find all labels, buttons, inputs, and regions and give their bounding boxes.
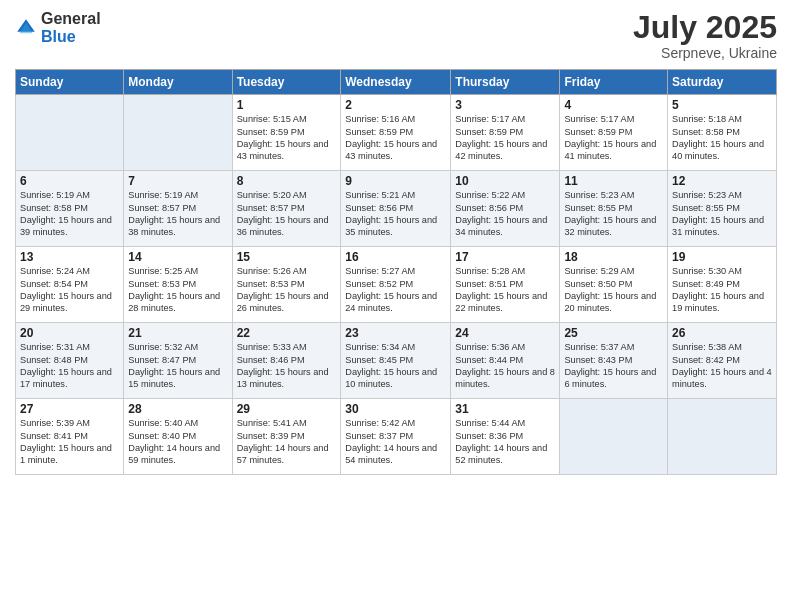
day-number: 3 bbox=[455, 98, 555, 112]
calendar-cell: 12 Sunrise: 5:23 AMSunset: 8:55 PMDaylig… bbox=[668, 171, 777, 247]
day-info: Sunrise: 5:29 AMSunset: 8:50 PMDaylight:… bbox=[564, 266, 656, 313]
calendar-cell: 7 Sunrise: 5:19 AMSunset: 8:57 PMDayligh… bbox=[124, 171, 232, 247]
day-number: 7 bbox=[128, 174, 227, 188]
col-monday: Monday bbox=[124, 70, 232, 95]
day-number: 19 bbox=[672, 250, 772, 264]
calendar-cell: 13 Sunrise: 5:24 AMSunset: 8:54 PMDaylig… bbox=[16, 247, 124, 323]
day-number: 30 bbox=[345, 402, 446, 416]
calendar-cell: 14 Sunrise: 5:25 AMSunset: 8:53 PMDaylig… bbox=[124, 247, 232, 323]
calendar-cell: 11 Sunrise: 5:23 AMSunset: 8:55 PMDaylig… bbox=[560, 171, 668, 247]
day-info: Sunrise: 5:31 AMSunset: 8:48 PMDaylight:… bbox=[20, 342, 112, 389]
calendar-cell bbox=[16, 95, 124, 171]
calendar-cell bbox=[668, 399, 777, 475]
day-number: 26 bbox=[672, 326, 772, 340]
calendar-cell: 19 Sunrise: 5:30 AMSunset: 8:49 PMDaylig… bbox=[668, 247, 777, 323]
day-info: Sunrise: 5:40 AMSunset: 8:40 PMDaylight:… bbox=[128, 418, 220, 465]
day-info: Sunrise: 5:18 AMSunset: 8:58 PMDaylight:… bbox=[672, 114, 764, 161]
day-info: Sunrise: 5:20 AMSunset: 8:57 PMDaylight:… bbox=[237, 190, 329, 237]
day-info: Sunrise: 5:39 AMSunset: 8:41 PMDaylight:… bbox=[20, 418, 112, 465]
day-number: 23 bbox=[345, 326, 446, 340]
week-row-1: 1 Sunrise: 5:15 AMSunset: 8:59 PMDayligh… bbox=[16, 95, 777, 171]
logo-general: General bbox=[41, 10, 101, 28]
day-info: Sunrise: 5:19 AMSunset: 8:57 PMDaylight:… bbox=[128, 190, 220, 237]
day-number: 20 bbox=[20, 326, 119, 340]
day-number: 5 bbox=[672, 98, 772, 112]
day-number: 16 bbox=[345, 250, 446, 264]
title-block: July 2025 Serpneve, Ukraine bbox=[633, 10, 777, 61]
day-info: Sunrise: 5:26 AMSunset: 8:53 PMDaylight:… bbox=[237, 266, 329, 313]
day-info: Sunrise: 5:33 AMSunset: 8:46 PMDaylight:… bbox=[237, 342, 329, 389]
day-number: 10 bbox=[455, 174, 555, 188]
day-info: Sunrise: 5:23 AMSunset: 8:55 PMDaylight:… bbox=[564, 190, 656, 237]
day-number: 13 bbox=[20, 250, 119, 264]
calendar-cell: 9 Sunrise: 5:21 AMSunset: 8:56 PMDayligh… bbox=[341, 171, 451, 247]
day-info: Sunrise: 5:25 AMSunset: 8:53 PMDaylight:… bbox=[128, 266, 220, 313]
calendar-cell bbox=[560, 399, 668, 475]
day-info: Sunrise: 5:34 AMSunset: 8:45 PMDaylight:… bbox=[345, 342, 437, 389]
day-info: Sunrise: 5:42 AMSunset: 8:37 PMDaylight:… bbox=[345, 418, 437, 465]
col-friday: Friday bbox=[560, 70, 668, 95]
calendar-cell: 5 Sunrise: 5:18 AMSunset: 8:58 PMDayligh… bbox=[668, 95, 777, 171]
day-number: 9 bbox=[345, 174, 446, 188]
main-title: July 2025 bbox=[633, 10, 777, 45]
day-info: Sunrise: 5:38 AMSunset: 8:42 PMDaylight:… bbox=[672, 342, 772, 389]
day-info: Sunrise: 5:19 AMSunset: 8:58 PMDaylight:… bbox=[20, 190, 112, 237]
header-row: Sunday Monday Tuesday Wednesday Thursday… bbox=[16, 70, 777, 95]
day-info: Sunrise: 5:37 AMSunset: 8:43 PMDaylight:… bbox=[564, 342, 656, 389]
calendar-cell: 22 Sunrise: 5:33 AMSunset: 8:46 PMDaylig… bbox=[232, 323, 341, 399]
day-number: 12 bbox=[672, 174, 772, 188]
day-number: 31 bbox=[455, 402, 555, 416]
day-info: Sunrise: 5:27 AMSunset: 8:52 PMDaylight:… bbox=[345, 266, 437, 313]
calendar-cell: 31 Sunrise: 5:44 AMSunset: 8:36 PMDaylig… bbox=[451, 399, 560, 475]
day-info: Sunrise: 5:15 AMSunset: 8:59 PMDaylight:… bbox=[237, 114, 329, 161]
calendar-cell: 30 Sunrise: 5:42 AMSunset: 8:37 PMDaylig… bbox=[341, 399, 451, 475]
day-info: Sunrise: 5:32 AMSunset: 8:47 PMDaylight:… bbox=[128, 342, 220, 389]
calendar-cell: 18 Sunrise: 5:29 AMSunset: 8:50 PMDaylig… bbox=[560, 247, 668, 323]
calendar-cell: 16 Sunrise: 5:27 AMSunset: 8:52 PMDaylig… bbox=[341, 247, 451, 323]
header: General Blue July 2025 Serpneve, Ukraine bbox=[15, 10, 777, 61]
calendar-cell: 1 Sunrise: 5:15 AMSunset: 8:59 PMDayligh… bbox=[232, 95, 341, 171]
day-number: 15 bbox=[237, 250, 337, 264]
day-number: 6 bbox=[20, 174, 119, 188]
calendar-cell: 4 Sunrise: 5:17 AMSunset: 8:59 PMDayligh… bbox=[560, 95, 668, 171]
col-thursday: Thursday bbox=[451, 70, 560, 95]
day-info: Sunrise: 5:24 AMSunset: 8:54 PMDaylight:… bbox=[20, 266, 112, 313]
calendar-cell: 24 Sunrise: 5:36 AMSunset: 8:44 PMDaylig… bbox=[451, 323, 560, 399]
calendar-cell: 25 Sunrise: 5:37 AMSunset: 8:43 PMDaylig… bbox=[560, 323, 668, 399]
day-number: 14 bbox=[128, 250, 227, 264]
logo: General Blue bbox=[15, 10, 101, 46]
calendar-cell: 21 Sunrise: 5:32 AMSunset: 8:47 PMDaylig… bbox=[124, 323, 232, 399]
day-info: Sunrise: 5:16 AMSunset: 8:59 PMDaylight:… bbox=[345, 114, 437, 161]
week-row-5: 27 Sunrise: 5:39 AMSunset: 8:41 PMDaylig… bbox=[16, 399, 777, 475]
logo-icon bbox=[15, 17, 37, 39]
calendar-cell: 8 Sunrise: 5:20 AMSunset: 8:57 PMDayligh… bbox=[232, 171, 341, 247]
day-number: 24 bbox=[455, 326, 555, 340]
logo-blue: Blue bbox=[41, 28, 101, 46]
day-info: Sunrise: 5:44 AMSunset: 8:36 PMDaylight:… bbox=[455, 418, 547, 465]
col-sunday: Sunday bbox=[16, 70, 124, 95]
day-number: 17 bbox=[455, 250, 555, 264]
calendar-cell: 3 Sunrise: 5:17 AMSunset: 8:59 PMDayligh… bbox=[451, 95, 560, 171]
day-number: 29 bbox=[237, 402, 337, 416]
page: General Blue July 2025 Serpneve, Ukraine… bbox=[0, 0, 792, 612]
day-info: Sunrise: 5:36 AMSunset: 8:44 PMDaylight:… bbox=[455, 342, 555, 389]
col-tuesday: Tuesday bbox=[232, 70, 341, 95]
day-info: Sunrise: 5:17 AMSunset: 8:59 PMDaylight:… bbox=[455, 114, 547, 161]
week-row-2: 6 Sunrise: 5:19 AMSunset: 8:58 PMDayligh… bbox=[16, 171, 777, 247]
calendar-cell: 23 Sunrise: 5:34 AMSunset: 8:45 PMDaylig… bbox=[341, 323, 451, 399]
calendar-cell bbox=[124, 95, 232, 171]
week-row-4: 20 Sunrise: 5:31 AMSunset: 8:48 PMDaylig… bbox=[16, 323, 777, 399]
calendar-cell: 15 Sunrise: 5:26 AMSunset: 8:53 PMDaylig… bbox=[232, 247, 341, 323]
subtitle: Serpneve, Ukraine bbox=[633, 45, 777, 61]
day-number: 25 bbox=[564, 326, 663, 340]
day-info: Sunrise: 5:22 AMSunset: 8:56 PMDaylight:… bbox=[455, 190, 547, 237]
day-info: Sunrise: 5:41 AMSunset: 8:39 PMDaylight:… bbox=[237, 418, 329, 465]
calendar-cell: 28 Sunrise: 5:40 AMSunset: 8:40 PMDaylig… bbox=[124, 399, 232, 475]
day-number: 1 bbox=[237, 98, 337, 112]
day-number: 18 bbox=[564, 250, 663, 264]
calendar-cell: 17 Sunrise: 5:28 AMSunset: 8:51 PMDaylig… bbox=[451, 247, 560, 323]
day-number: 11 bbox=[564, 174, 663, 188]
calendar-cell: 10 Sunrise: 5:22 AMSunset: 8:56 PMDaylig… bbox=[451, 171, 560, 247]
day-number: 22 bbox=[237, 326, 337, 340]
calendar-cell: 26 Sunrise: 5:38 AMSunset: 8:42 PMDaylig… bbox=[668, 323, 777, 399]
